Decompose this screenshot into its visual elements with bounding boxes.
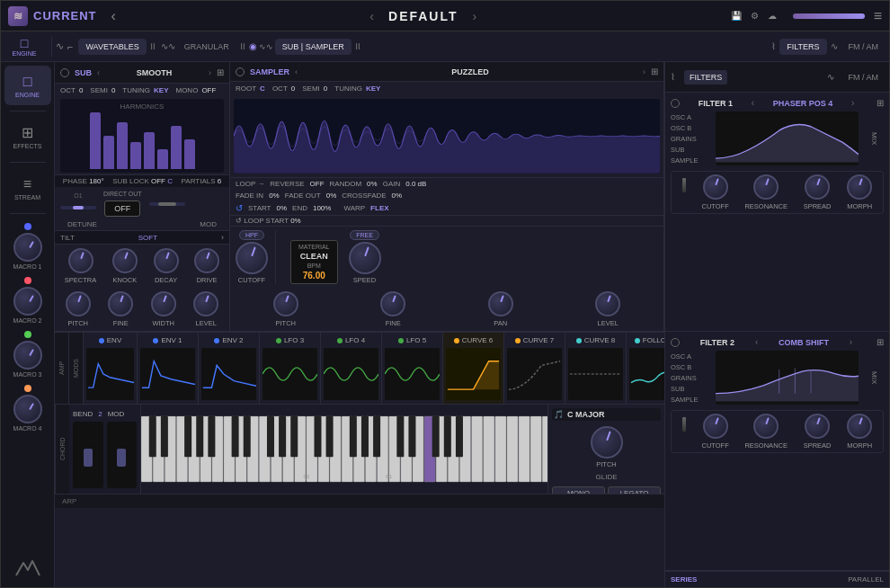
svg-rect-54 xyxy=(361,416,369,457)
samp-fine-knob[interactable] xyxy=(380,291,405,316)
sub-oct-val: 0 xyxy=(79,86,83,94)
direct-out-button[interactable]: OFF xyxy=(104,200,140,217)
sidebar-item-engine[interactable]: □ ENGINE xyxy=(4,66,51,105)
free-tag[interactable]: FREE xyxy=(350,230,379,240)
mod-label-key: MOD xyxy=(108,410,125,418)
macro-2-knob[interactable] xyxy=(13,287,42,316)
mod-slider-thumb xyxy=(117,449,126,467)
tab-fm-am-right[interactable]: FM / AM xyxy=(843,70,885,85)
sampler-power[interactable] xyxy=(236,67,245,76)
effects-label: EFFECTS xyxy=(13,143,42,149)
sub-level-knob[interactable] xyxy=(193,291,218,316)
f2-resonance-knob[interactable] xyxy=(753,414,779,439)
drive-knob[interactable] xyxy=(194,248,219,273)
sub-width-knob[interactable] xyxy=(151,291,176,316)
mix-label-container-1: MIX xyxy=(864,111,884,165)
f1-spread-knob[interactable] xyxy=(805,174,830,200)
svg-rect-55 xyxy=(373,416,380,457)
cloud-icon[interactable]: ☁ xyxy=(768,11,777,21)
parallel-label[interactable]: PARALLEL xyxy=(848,575,884,584)
tab-engine[interactable]: □ ENGINE xyxy=(4,36,44,57)
material-label: MATERIAL xyxy=(298,244,330,250)
macro-1-knob[interactable] xyxy=(13,233,42,262)
sub-tuning-label: TUNING xyxy=(122,86,150,94)
app-logo[interactable]: ≋ CURRENT xyxy=(8,6,97,26)
fm-icon: ∿ xyxy=(827,72,834,82)
mods-label-container: MODS xyxy=(69,333,84,404)
sub-fine-knob[interactable] xyxy=(108,291,133,316)
sub-pitch-knob[interactable] xyxy=(66,291,91,316)
hpf-tag[interactable]: HPF xyxy=(239,230,264,240)
sampler-fade-row: FADE IN 0% FADE OUT 0% CROSSFADE 0% xyxy=(230,190,663,201)
tab-granular[interactable]: GRANULAR xyxy=(177,39,236,55)
tab-sub-sampler[interactable]: SUB | SAMPLER xyxy=(275,39,352,55)
cutoff-knob[interactable] xyxy=(236,242,268,274)
macro-4-knob[interactable] xyxy=(13,395,42,423)
knock-knob[interactable] xyxy=(112,248,138,273)
svg-rect-60 xyxy=(456,416,463,457)
f2-spread-knob[interactable] xyxy=(805,414,830,439)
settings-icon[interactable]: ⚙ xyxy=(751,11,759,21)
macro-3-knob[interactable] xyxy=(13,341,42,370)
mod-slot-curve-8-header: CURVE 8 xyxy=(576,336,616,344)
samp-level-knob[interactable] xyxy=(595,291,620,316)
macro-4: MACRO 4 xyxy=(13,385,42,432)
decay-knob[interactable] xyxy=(154,248,179,273)
svg-rect-48 xyxy=(267,416,274,457)
speed-knob[interactable] xyxy=(349,242,381,274)
filter-2-power[interactable] xyxy=(671,338,680,347)
f1-morph-knob[interactable] xyxy=(847,174,872,200)
sidebar-divider-2 xyxy=(10,162,46,163)
f1-cutoff-knob[interactable] xyxy=(703,174,728,200)
tab-fm-am[interactable]: FM / AM xyxy=(841,39,886,55)
sub-phase-row: PHASE 180° SUB LOCK OFF C PARTIALS 6 xyxy=(55,174,229,187)
filter-2-header: FILTER 2 ‹ COMB SHIFT › ⊞ xyxy=(671,337,884,347)
nav-next[interactable]: › xyxy=(473,9,477,23)
reverse-val: OFF xyxy=(310,180,325,188)
env-2-display xyxy=(201,348,256,400)
sidebar-item-effects[interactable]: ⊞ EFFECTS xyxy=(4,117,51,156)
logo-icon: ≋ xyxy=(8,6,28,26)
keyboard-pitch-knob[interactable] xyxy=(591,426,623,459)
svg-rect-53 xyxy=(350,416,357,457)
svg-rect-38 xyxy=(519,416,530,482)
mod-slider[interactable] xyxy=(107,422,138,488)
filter-1-power[interactable] xyxy=(671,99,680,108)
right-panel: ⌇ FILTERS ∿ FM / AM FILTER 1 ‹ PHASER PO… xyxy=(664,62,889,587)
tab-filters-right[interactable]: FILTERS xyxy=(684,70,727,85)
mix-label-container-2: MIX xyxy=(864,351,884,405)
samp-pan-knob[interactable] xyxy=(488,291,513,316)
env-2-label: ENV 2 xyxy=(222,336,243,344)
gain-label: GAIN xyxy=(383,180,401,188)
filter-icon: ⌇ xyxy=(671,72,675,82)
samp-pitch-knob[interactable] xyxy=(273,291,298,316)
hbar-1 xyxy=(90,112,101,169)
save-icon[interactable]: 💾 xyxy=(731,11,742,21)
sidebar-item-stream[interactable]: ≡ STREAM xyxy=(4,168,51,208)
svg-rect-52 xyxy=(326,416,334,457)
bend-label: BEND xyxy=(73,410,93,418)
samp-oct-val: 0 xyxy=(291,85,295,93)
f2-cutoff-knob[interactable] xyxy=(703,414,728,439)
nav-prev[interactable]: ‹ xyxy=(369,9,374,23)
sub-power[interactable] xyxy=(60,68,69,77)
mix-bars-svg-2 xyxy=(716,351,859,405)
menu-icon[interactable]: ≡ xyxy=(874,8,882,24)
tab-filters[interactable]: FILTERS xyxy=(779,39,826,55)
spectra-knob[interactable] xyxy=(68,248,93,273)
piano-svg: C0 C1 xyxy=(141,405,547,494)
material-val: CLEAN xyxy=(300,252,328,261)
bend-slider[interactable] xyxy=(73,422,103,488)
root-label: ROOT xyxy=(236,85,256,93)
mod-slot-lfo-5-header: LFO 5 xyxy=(398,336,426,344)
series-label[interactable]: SERIES xyxy=(671,575,697,584)
svg-rect-3 xyxy=(158,202,176,206)
macro-1-dot xyxy=(24,223,31,230)
f1-resonance-knob[interactable] xyxy=(753,174,779,200)
f2-morph-knob[interactable] xyxy=(847,414,872,439)
f2-spread-label: SPREAD xyxy=(804,441,832,450)
tab-wavetables[interactable]: WAVETABLES xyxy=(78,39,146,55)
f1-resonance-item: RESONANCE xyxy=(744,174,788,210)
osc-labels-2: OSC A OSC B GRAINS SUB SAMPLE xyxy=(671,351,710,405)
follow-9-dot xyxy=(635,338,640,343)
